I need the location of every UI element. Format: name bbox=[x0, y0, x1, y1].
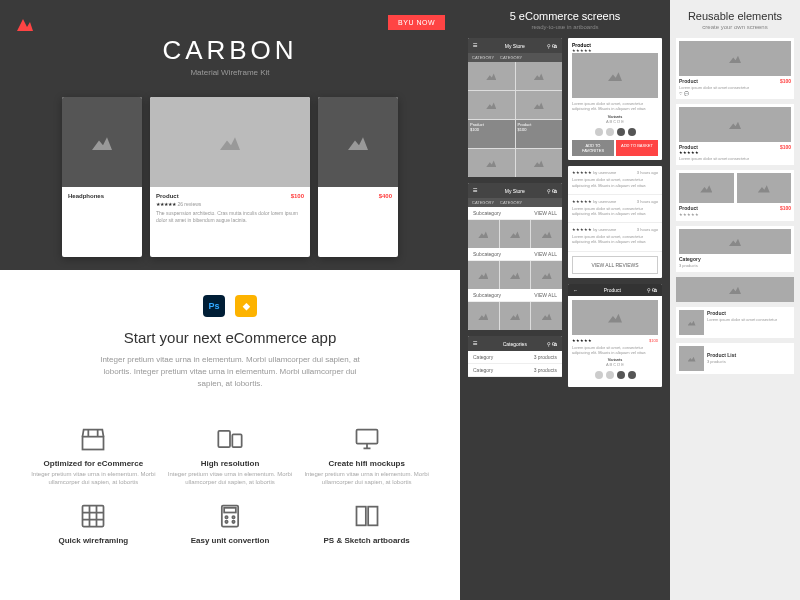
feature-ecommerce: Optimized for eCommerce Integer pretium … bbox=[30, 425, 157, 487]
intro-heading: Start your next eCommerce app bbox=[40, 329, 420, 346]
screen-product-detail: Product ★★★★★ Lorem ipsum dolor sit amet… bbox=[568, 38, 662, 160]
feature-title: Optimized for eCommerce bbox=[30, 459, 157, 468]
tool-icons: Ps ◆ bbox=[40, 295, 420, 317]
svg-rect-11 bbox=[356, 506, 365, 525]
feature-conversion: Easy unit convertion bbox=[167, 502, 294, 548]
svg-rect-6 bbox=[224, 507, 236, 512]
svg-point-10 bbox=[232, 520, 234, 522]
element-mini bbox=[676, 277, 794, 302]
feature-desc: Integer pretium vitae urna in elementum.… bbox=[303, 471, 430, 487]
artboards-icon bbox=[353, 502, 381, 530]
feature-title: Create hifi mockups bbox=[303, 459, 430, 468]
hero-title: CARBON bbox=[0, 0, 460, 66]
svg-rect-3 bbox=[356, 430, 377, 444]
feature-desc: Integer pretium vitae urna in elementum.… bbox=[167, 471, 294, 487]
svg-point-7 bbox=[225, 516, 227, 518]
feature-title: Quick wireframing bbox=[30, 536, 157, 545]
add-basket-button[interactable]: ADD TO BASKET bbox=[616, 140, 658, 156]
sketch-icon: ◆ bbox=[235, 295, 257, 317]
mockup-left-name: Headphones bbox=[68, 193, 104, 199]
feature-mockups: Create hifi mockups Integer pretium vita… bbox=[303, 425, 430, 487]
menu-icon bbox=[473, 186, 483, 195]
feature-wireframing: Quick wireframing bbox=[30, 502, 157, 548]
search-icon: ⚲ 🛍 bbox=[547, 43, 557, 49]
view-all-reviews-button[interactable]: VIEW ALL REVIEWS bbox=[572, 256, 658, 274]
screen-product-dark: ←Product⚲ 🛍 ★★★★★ $100 Lorem ipsum dolor… bbox=[568, 284, 662, 387]
element-category: Category 3 products bbox=[676, 226, 794, 272]
element-card: Product$100 Lorem ipsum dolor sit amet c… bbox=[676, 38, 794, 99]
svg-point-9 bbox=[225, 520, 227, 522]
element-list: Product List3 products bbox=[676, 343, 794, 374]
elements-subtitle: create your own screens bbox=[676, 24, 794, 30]
intro-section: Ps ◆ Start your next eCommerce app Integ… bbox=[0, 270, 460, 415]
mockup-center: Product $100 ★★★★★ 26 reviews The suspen… bbox=[150, 97, 310, 257]
mockup-stars: ★★★★★ 26 reviews bbox=[156, 201, 304, 207]
mockup-price: $100 bbox=[291, 193, 304, 199]
hero-mockups: Headphones Product $100 ★★★★★ 26 reviews… bbox=[0, 97, 460, 257]
elements-panel: Reusable elements create your own screen… bbox=[670, 0, 800, 600]
element-pair: Product$100 ★★★★★ bbox=[676, 170, 794, 221]
monitor-icon bbox=[353, 425, 381, 453]
feature-title: Easy unit convertion bbox=[167, 536, 294, 545]
hero-section: BYU NOW CARBON Material Wireframe Kit He… bbox=[0, 0, 460, 270]
screen-reviews: ★★★★★ by username 3 hours agoLorem ipsum… bbox=[568, 166, 662, 277]
hero-subtitle: Material Wireframe Kit bbox=[0, 68, 460, 77]
screens-subtitle: ready-to-use in artboards bbox=[468, 24, 662, 30]
feature-artboards: PS & Sketch artboards bbox=[303, 502, 430, 548]
mockup-right: $400 bbox=[318, 97, 398, 257]
intro-body: Integer pretium vitae urna in elementum.… bbox=[90, 354, 370, 390]
feature-resolution: High resolution Integer pretium vitae ur… bbox=[167, 425, 294, 487]
svg-rect-1 bbox=[218, 431, 230, 447]
elements-title: Reusable elements bbox=[676, 10, 794, 22]
menu-icon bbox=[473, 41, 483, 50]
svg-rect-4 bbox=[83, 505, 104, 526]
add-favorites-button[interactable]: ADD TO FAVORITES bbox=[572, 140, 614, 156]
back-icon: ← bbox=[573, 287, 578, 293]
screen-categories: Categories⚲ 🛍 Category3 products Categor… bbox=[468, 336, 562, 377]
svg-point-8 bbox=[232, 516, 234, 518]
mockup-desc: The suspension architecto. Cras mutta in… bbox=[156, 210, 304, 224]
screen-store-grid: My Store⚲ 🛍 CATEGORYCATEGORY Product$100… bbox=[468, 38, 562, 177]
grid-icon bbox=[79, 502, 107, 530]
feature-title: High resolution bbox=[167, 459, 294, 468]
feature-desc: Integer pretium vitae urna in elementum.… bbox=[30, 471, 157, 487]
element-card: Product$100 ★★★★★ Lorem ipsum dolor sit … bbox=[676, 104, 794, 165]
feature-title: PS & Sketch artboards bbox=[303, 536, 430, 545]
buy-now-button[interactable]: BYU NOW bbox=[388, 15, 445, 30]
devices-icon bbox=[216, 425, 244, 453]
mockup-right-price: $400 bbox=[379, 193, 392, 199]
storefront-icon bbox=[79, 425, 107, 453]
left-panel: BYU NOW CARBON Material Wireframe Kit He… bbox=[0, 0, 460, 600]
svg-rect-2 bbox=[232, 434, 241, 447]
screen-store-sections: My Store⚲ 🛍 CATEGORYCATEGORY Subcategory… bbox=[468, 183, 562, 330]
brand-logo[interactable] bbox=[15, 15, 35, 35]
svg-rect-0 bbox=[83, 437, 104, 450]
mockup-left: Headphones bbox=[62, 97, 142, 257]
svg-rect-12 bbox=[368, 506, 377, 525]
screens-title: 5 eCommerce screens bbox=[468, 10, 662, 22]
features-grid: Optimized for eCommerce Integer pretium … bbox=[0, 415, 460, 558]
calculator-icon bbox=[216, 502, 244, 530]
screens-panel: 5 eCommerce screens ready-to-use in artb… bbox=[460, 0, 670, 600]
photoshop-icon: Ps bbox=[203, 295, 225, 317]
mockup-name: Product bbox=[156, 193, 179, 199]
menu-icon bbox=[473, 339, 483, 348]
element-row: ProductLorem ipsum dolor sit amet consec… bbox=[676, 307, 794, 338]
